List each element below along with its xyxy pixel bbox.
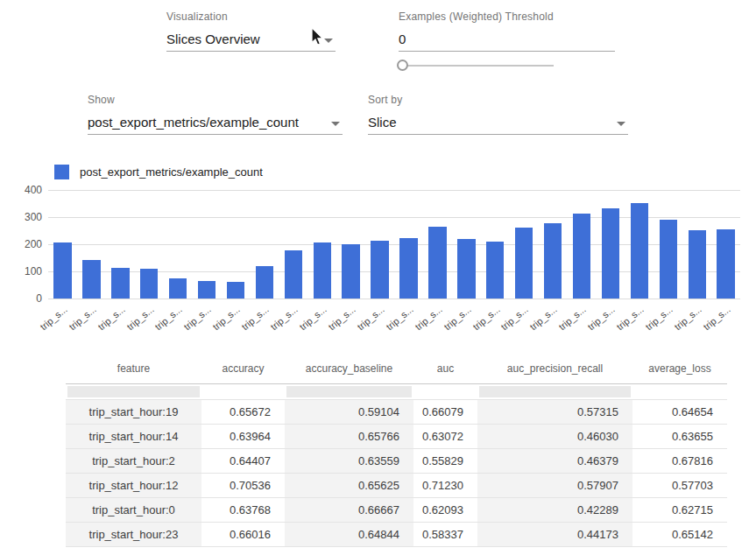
sort-by-label: Sort by [368, 94, 628, 106]
bar-slot [711, 190, 740, 299]
threshold-slider-knob[interactable] [397, 60, 408, 71]
bar[interactable] [660, 220, 677, 299]
legend-label: post_export_metrics/example_count [80, 165, 263, 179]
bar[interactable] [428, 227, 446, 299]
bar[interactable] [111, 268, 129, 299]
bar[interactable] [82, 260, 100, 299]
bar[interactable] [256, 266, 273, 299]
bar[interactable] [314, 242, 331, 299]
table-row[interactable]: trip_start_hour:230.660160.648440.583370… [66, 522, 727, 546]
bar[interactable] [515, 228, 533, 299]
filter-input[interactable] [479, 386, 631, 397]
y-tick-label: 200 [25, 238, 42, 250]
bar-slot [597, 190, 625, 299]
threshold-slider[interactable] [399, 65, 554, 67]
metric-cell: 0.71230 [413, 473, 477, 497]
bar-slot [423, 190, 452, 299]
metric-cell: 0.57907 [477, 473, 632, 497]
metric-cell: 0.63559 [285, 448, 413, 473]
column-header-auc[interactable]: auc [413, 354, 477, 383]
bar[interactable] [573, 214, 590, 299]
metric-cell: 0.55829 [413, 448, 477, 473]
feature-cell: trip_start_hour:14 [66, 424, 201, 448]
column-header-average_loss[interactable]: average_loss [632, 354, 727, 383]
bar[interactable] [140, 269, 158, 299]
show-label: Show [88, 94, 343, 106]
column-header-accuracy_baseline[interactable]: accuracy_baseline [285, 354, 413, 383]
metric-cell: 0.46030 [477, 424, 632, 448]
table-row[interactable]: trip_start_hour:140.639640.657660.630720… [66, 424, 727, 448]
bar[interactable] [399, 238, 417, 299]
column-header-accuracy[interactable]: accuracy [201, 354, 285, 383]
feature-cell: trip_start_hour:12 [66, 473, 201, 497]
metric-cell: 0.66667 [285, 497, 413, 522]
bar-slot [48, 190, 77, 299]
x-axis-labels: trip_s...trip_s...trip_s...trip_s...trip… [48, 303, 740, 343]
bar-slot [336, 190, 365, 299]
bar-slot [193, 190, 222, 299]
chevron-down-icon [617, 122, 625, 126]
metric-cell: 0.57703 [632, 473, 727, 497]
metric-cell: 0.59104 [285, 399, 413, 424]
bar[interactable] [631, 203, 648, 299]
column-header-auc_precision_recall[interactable]: auc_precision_recall [477, 354, 632, 383]
bar-slot [568, 190, 597, 299]
metric-cell: 0.65672 [201, 399, 285, 424]
x-tick-label: trip_s... [38, 304, 68, 332]
filter-input[interactable] [286, 386, 412, 397]
bar-slot [481, 190, 510, 299]
metric-cell: 0.65625 [285, 473, 413, 497]
metric-cell: 0.70536 [201, 473, 285, 497]
bar[interactable] [53, 242, 71, 299]
y-tick-label: 0 [36, 292, 42, 305]
gridline [48, 299, 740, 299]
bar-slot [394, 190, 423, 299]
show-control: Show post_export_metrics/example_count [88, 94, 343, 135]
metric-cell: 0.67816 [632, 448, 727, 473]
bar[interactable] [486, 242, 504, 299]
bar[interactable] [544, 223, 562, 299]
bar-slot [307, 190, 336, 299]
bar-slot [539, 190, 568, 299]
table-row[interactable]: trip_start_hour:120.705360.656250.712300… [66, 473, 727, 497]
sort-by-value: Slice [368, 115, 397, 130]
metric-cell: 0.64407 [201, 448, 285, 473]
bar-slot [365, 190, 394, 299]
bar[interactable] [198, 281, 215, 299]
sort-by-control: Sort by Slice [368, 94, 628, 135]
bar-slot [452, 190, 481, 299]
threshold-input[interactable]: 0 [399, 30, 615, 52]
metric-cell: 0.63655 [632, 424, 727, 448]
bar[interactable] [457, 239, 475, 299]
bar[interactable] [169, 278, 187, 299]
feature-cell: trip_start_hour:0 [66, 497, 201, 522]
bar[interactable] [227, 282, 244, 299]
show-value: post_export_metrics/example_count [88, 115, 299, 130]
mouse-cursor-icon [311, 27, 324, 46]
bar[interactable] [371, 241, 388, 299]
x-label-slot: trip_s... [711, 303, 740, 343]
bar[interactable] [689, 230, 706, 299]
bar[interactable] [602, 208, 619, 299]
y-tick-label: 400 [25, 184, 42, 196]
table-row[interactable]: trip_start_hour:20.644070.635590.558290.… [66, 448, 727, 473]
bar-slot [77, 190, 106, 299]
table-row[interactable]: trip_start_hour:00.637680.666670.620930.… [66, 497, 727, 522]
metric-cell: 0.65142 [632, 522, 727, 546]
metric-cell: 0.42289 [477, 497, 632, 522]
bar-slot [250, 190, 279, 299]
metric-cell: 0.65766 [285, 424, 413, 448]
show-select[interactable]: post_export_metrics/example_count [88, 113, 343, 135]
metric-cell: 0.62093 [413, 497, 477, 522]
bar[interactable] [717, 229, 734, 299]
column-header-feature[interactable]: feature [66, 354, 201, 383]
feature-cell: trip_start_hour:2 [66, 448, 201, 473]
bar[interactable] [342, 244, 359, 299]
bar-slot [510, 190, 539, 299]
table-row[interactable]: trip_start_hour:190.656720.591040.660790… [66, 399, 727, 424]
bar[interactable] [285, 250, 302, 299]
feature-cell: trip_start_hour:23 [66, 522, 201, 546]
threshold-control: Examples (Weighted) Threshold 0 [399, 11, 615, 52]
sort-by-select[interactable]: Slice [368, 113, 628, 135]
filter-input[interactable] [67, 386, 200, 397]
